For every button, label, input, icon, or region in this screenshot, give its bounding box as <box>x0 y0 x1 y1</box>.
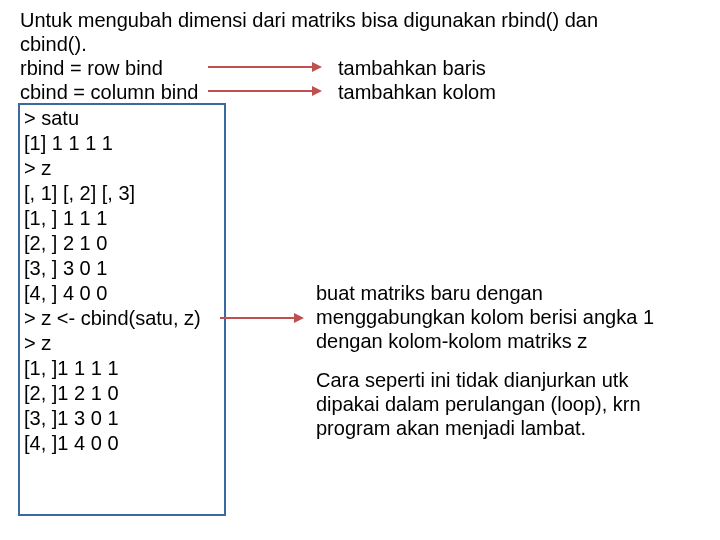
code-line: [, 1] [, 2] [, 3] <box>24 181 135 205</box>
intro-line-2: cbind(). <box>20 32 87 56</box>
rbind-def: rbind = row bind <box>20 56 163 80</box>
code-line: > z <- cbind(satu, z) <box>24 306 201 330</box>
rbind-result: tambahkan baris <box>338 56 486 80</box>
code-line: [1] 1 1 1 1 <box>24 131 113 155</box>
code-line: [4, ] 4 0 0 <box>24 281 107 305</box>
code-line: [4, ]1 4 0 0 <box>24 431 119 455</box>
code-line: > satu <box>24 106 79 130</box>
cbind-def: cbind = column bind <box>20 80 198 104</box>
code-line: [2, ] 2 1 0 <box>24 231 107 255</box>
code-line: [2, ]1 2 1 0 <box>24 381 119 405</box>
note-performance: Cara seperti ini tidak dianjurkan utk di… <box>316 368 696 440</box>
code-line: [3, ]1 3 0 1 <box>24 406 119 430</box>
note-cbind-explain: buat matriks baru dengan menggabungkan k… <box>316 281 696 353</box>
code-line: > z <box>24 331 51 355</box>
code-line: [3, ] 3 0 1 <box>24 256 107 280</box>
cbind-result: tambahkan kolom <box>338 80 496 104</box>
code-line: [1, ] 1 1 1 <box>24 206 107 230</box>
intro-line-1: Untuk mengubah dimensi dari matriks bisa… <box>20 8 598 32</box>
code-line: > z <box>24 156 51 180</box>
slide: Untuk mengubah dimensi dari matriks bisa… <box>0 0 720 540</box>
code-line: [1, ]1 1 1 1 <box>24 356 119 380</box>
